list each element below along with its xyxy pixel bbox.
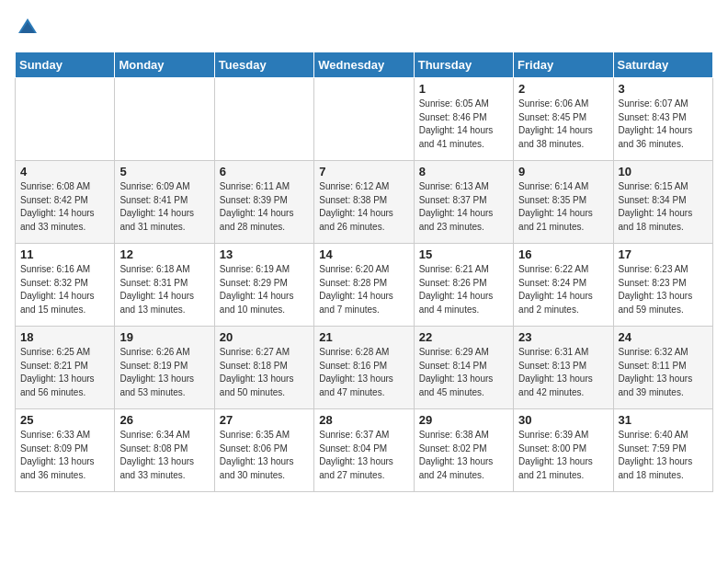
- calendar-table: SundayMondayTuesdayWednesdayThursdayFrid…: [15, 52, 713, 492]
- day-info: Sunrise: 6:22 AM Sunset: 8:24 PM Dayligh…: [518, 263, 608, 316]
- calendar-day-cell: 20Sunrise: 6:27 AM Sunset: 8:18 PM Dayli…: [214, 327, 313, 409]
- calendar-day-cell: 17Sunrise: 6:23 AM Sunset: 8:23 PM Dayli…: [613, 244, 712, 327]
- calendar-day-cell: 26Sunrise: 6:34 AM Sunset: 8:08 PM Dayli…: [115, 409, 214, 492]
- calendar-day-cell: 6Sunrise: 6:11 AM Sunset: 8:39 PM Daylig…: [214, 161, 313, 244]
- calendar-day-cell: 16Sunrise: 6:22 AM Sunset: 8:24 PM Dayli…: [514, 244, 613, 327]
- weekday-header: Monday: [115, 52, 214, 78]
- day-number: 27: [220, 413, 309, 427]
- calendar-day-cell: 21Sunrise: 6:28 AM Sunset: 8:16 PM Dayli…: [314, 327, 414, 409]
- calendar-day-cell: 8Sunrise: 6:13 AM Sunset: 8:37 PM Daylig…: [414, 161, 513, 244]
- calendar-day-cell: 5Sunrise: 6:09 AM Sunset: 8:41 PM Daylig…: [115, 161, 214, 244]
- day-info: Sunrise: 6:18 AM Sunset: 8:31 PM Dayligh…: [119, 263, 209, 316]
- calendar-day-cell: 1Sunrise: 6:05 AM Sunset: 8:46 PM Daylig…: [414, 78, 513, 161]
- day-info: Sunrise: 6:32 AM Sunset: 8:11 PM Dayligh…: [619, 346, 708, 399]
- day-info: Sunrise: 6:40 AM Sunset: 7:59 PM Dayligh…: [619, 429, 708, 482]
- day-number: 13: [220, 247, 309, 261]
- day-number: 23: [518, 330, 608, 344]
- day-info: Sunrise: 6:09 AM Sunset: 8:41 PM Dayligh…: [119, 180, 209, 234]
- day-info: Sunrise: 6:16 AM Sunset: 8:32 PM Dayligh…: [20, 263, 109, 316]
- day-info: Sunrise: 6:19 AM Sunset: 8:29 PM Dayligh…: [220, 263, 309, 316]
- day-number: 10: [619, 165, 708, 178]
- weekday-header: Saturday: [613, 52, 712, 78]
- calendar-day-cell: 9Sunrise: 6:14 AM Sunset: 8:35 PM Daylig…: [514, 161, 613, 244]
- day-info: Sunrise: 6:11 AM Sunset: 8:39 PM Dayligh…: [220, 180, 309, 234]
- calendar-day-cell: 18Sunrise: 6:25 AM Sunset: 8:21 PM Dayli…: [16, 327, 115, 409]
- logo: [15, 15, 44, 40]
- day-number: 9: [518, 165, 608, 178]
- day-number: 7: [319, 165, 408, 178]
- day-number: 1: [419, 82, 508, 96]
- day-info: Sunrise: 6:25 AM Sunset: 8:21 PM Dayligh…: [20, 346, 109, 399]
- day-number: 4: [20, 165, 109, 178]
- calendar-day-cell: 4Sunrise: 6:08 AM Sunset: 8:42 PM Daylig…: [16, 161, 115, 244]
- calendar-day-cell: 31Sunrise: 6:40 AM Sunset: 7:59 PM Dayli…: [613, 409, 712, 492]
- day-info: Sunrise: 6:13 AM Sunset: 8:37 PM Dayligh…: [419, 180, 508, 234]
- day-number: 5: [119, 165, 209, 178]
- day-info: Sunrise: 6:15 AM Sunset: 8:34 PM Dayligh…: [619, 180, 708, 234]
- calendar-day-cell: 23Sunrise: 6:31 AM Sunset: 8:13 PM Dayli…: [514, 327, 613, 409]
- day-info: Sunrise: 6:33 AM Sunset: 8:09 PM Dayligh…: [20, 429, 109, 482]
- day-number: 29: [419, 413, 508, 427]
- day-number: 2: [518, 82, 608, 96]
- weekday-header: Sunday: [16, 52, 115, 78]
- calendar-day-cell: 14Sunrise: 6:20 AM Sunset: 8:28 PM Dayli…: [314, 244, 414, 327]
- day-info: Sunrise: 6:37 AM Sunset: 8:04 PM Dayligh…: [319, 429, 408, 482]
- calendar-day-cell: [16, 78, 115, 161]
- day-number: 31: [619, 413, 708, 427]
- day-info: Sunrise: 6:12 AM Sunset: 8:38 PM Dayligh…: [319, 180, 408, 234]
- calendar-day-cell: 22Sunrise: 6:29 AM Sunset: 8:14 PM Dayli…: [414, 327, 513, 409]
- day-number: 14: [319, 247, 408, 261]
- day-info: Sunrise: 6:35 AM Sunset: 8:06 PM Dayligh…: [220, 429, 309, 482]
- logo-icon: [15, 15, 40, 40]
- calendar-day-cell: 28Sunrise: 6:37 AM Sunset: 8:04 PM Dayli…: [314, 409, 414, 492]
- calendar-day-cell: 15Sunrise: 6:21 AM Sunset: 8:26 PM Dayli…: [414, 244, 513, 327]
- calendar-day-cell: 7Sunrise: 6:12 AM Sunset: 8:38 PM Daylig…: [314, 161, 414, 244]
- day-info: Sunrise: 6:34 AM Sunset: 8:08 PM Dayligh…: [119, 429, 209, 482]
- weekday-header: Wednesday: [314, 52, 414, 78]
- calendar-header: SundayMondayTuesdayWednesdayThursdayFrid…: [16, 52, 713, 78]
- day-info: Sunrise: 6:29 AM Sunset: 8:14 PM Dayligh…: [419, 346, 508, 399]
- calendar-day-cell: 30Sunrise: 6:39 AM Sunset: 8:00 PM Dayli…: [514, 409, 613, 492]
- calendar-day-cell: 13Sunrise: 6:19 AM Sunset: 8:29 PM Dayli…: [214, 244, 313, 327]
- day-info: Sunrise: 6:39 AM Sunset: 8:00 PM Dayligh…: [518, 429, 608, 482]
- day-number: 12: [119, 247, 209, 261]
- calendar-week-row: 4Sunrise: 6:08 AM Sunset: 8:42 PM Daylig…: [16, 161, 713, 244]
- calendar-day-cell: 24Sunrise: 6:32 AM Sunset: 8:11 PM Dayli…: [613, 327, 712, 409]
- calendar-day-cell: 12Sunrise: 6:18 AM Sunset: 8:31 PM Dayli…: [115, 244, 214, 327]
- calendar-week-row: 1Sunrise: 6:05 AM Sunset: 8:46 PM Daylig…: [16, 78, 713, 161]
- day-info: Sunrise: 6:05 AM Sunset: 8:46 PM Dayligh…: [419, 98, 508, 151]
- calendar-week-row: 25Sunrise: 6:33 AM Sunset: 8:09 PM Dayli…: [16, 409, 713, 492]
- day-number: 21: [319, 330, 408, 344]
- day-info: Sunrise: 6:38 AM Sunset: 8:02 PM Dayligh…: [419, 429, 508, 482]
- calendar-day-cell: 10Sunrise: 6:15 AM Sunset: 8:34 PM Dayli…: [613, 161, 712, 244]
- calendar-day-cell: [214, 78, 313, 161]
- day-info: Sunrise: 6:06 AM Sunset: 8:45 PM Dayligh…: [518, 98, 608, 151]
- day-number: 3: [619, 82, 708, 96]
- day-info: Sunrise: 6:08 AM Sunset: 8:42 PM Dayligh…: [20, 180, 109, 234]
- calendar-day-cell: 11Sunrise: 6:16 AM Sunset: 8:32 PM Dayli…: [16, 244, 115, 327]
- weekday-header: Friday: [514, 52, 613, 78]
- day-info: Sunrise: 6:14 AM Sunset: 8:35 PM Dayligh…: [518, 180, 608, 234]
- day-info: Sunrise: 6:21 AM Sunset: 8:26 PM Dayligh…: [419, 263, 508, 316]
- calendar-body: 1Sunrise: 6:05 AM Sunset: 8:46 PM Daylig…: [16, 78, 713, 492]
- calendar-week-row: 18Sunrise: 6:25 AM Sunset: 8:21 PM Dayli…: [16, 327, 713, 409]
- calendar-day-cell: [314, 78, 414, 161]
- day-number: 20: [220, 330, 309, 344]
- day-number: 15: [419, 247, 508, 261]
- weekday-header: Tuesday: [214, 52, 313, 78]
- day-number: 30: [518, 413, 608, 427]
- day-number: 18: [20, 330, 109, 344]
- day-number: 16: [518, 247, 608, 261]
- day-number: 17: [619, 247, 708, 261]
- weekday-row: SundayMondayTuesdayWednesdayThursdayFrid…: [16, 52, 713, 78]
- weekday-header: Thursday: [414, 52, 513, 78]
- day-info: Sunrise: 6:20 AM Sunset: 8:28 PM Dayligh…: [319, 263, 408, 316]
- calendar-day-cell: 2Sunrise: 6:06 AM Sunset: 8:45 PM Daylig…: [514, 78, 613, 161]
- calendar-day-cell: 25Sunrise: 6:33 AM Sunset: 8:09 PM Dayli…: [16, 409, 115, 492]
- day-info: Sunrise: 6:23 AM Sunset: 8:23 PM Dayligh…: [619, 263, 708, 316]
- day-number: 6: [220, 165, 309, 178]
- day-info: Sunrise: 6:07 AM Sunset: 8:43 PM Dayligh…: [619, 98, 708, 151]
- calendar-day-cell: 27Sunrise: 6:35 AM Sunset: 8:06 PM Dayli…: [214, 409, 313, 492]
- day-number: 22: [419, 330, 508, 344]
- day-number: 26: [119, 413, 209, 427]
